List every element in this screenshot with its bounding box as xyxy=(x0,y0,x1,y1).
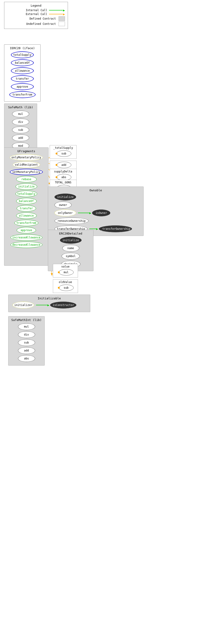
ierc20-transferfrom[interactable]: transferFrom xyxy=(9,91,36,98)
safemathint-box: SafeMathInt (lib) mul div sub add abs xyxy=(8,316,45,366)
oldvalue-box: oldValue sub xyxy=(53,279,78,293)
ownable-box: Ownable initialize owner onlyOwner ▶ isO… xyxy=(48,186,144,236)
totalsupply-box: _totalSupply sub xyxy=(50,145,77,159)
uf-balanceof[interactable]: balanceOf xyxy=(16,198,37,204)
isowner-node[interactable]: isOwner xyxy=(92,210,110,216)
value-mul[interactable]: mul xyxy=(59,269,74,276)
ierc20-transfer[interactable]: transfer xyxy=(11,75,34,82)
legend-internal-label: Internal Call xyxy=(26,9,47,12)
ownable-owner[interactable]: owner xyxy=(54,202,72,208)
ufragments-title: UFragments xyxy=(6,148,47,153)
transfer-ownership-node[interactable]: _transferOwnership xyxy=(99,226,132,232)
safemath-sub[interactable]: sub xyxy=(12,126,29,133)
erc20d-symbol[interactable]: symbol xyxy=(62,253,80,260)
ierc20-allowance[interactable]: allowance xyxy=(11,67,34,74)
diagram-container: Legend Internal Call ▶ External Call ▶ D… xyxy=(0,0,222,644)
safemath-div[interactable]: div xyxy=(12,118,29,125)
legend-internal: Internal Call ▶ xyxy=(7,9,65,12)
totalgons-box-title: TOTAL_GONS xyxy=(51,181,75,184)
uf-validrecipient[interactable]: validRecipient xyxy=(13,162,40,168)
value-box: value mul xyxy=(53,264,78,278)
supplydelta-abs[interactable]: abs xyxy=(57,174,71,180)
uf-allowance[interactable]: allowance xyxy=(16,212,37,219)
initializable-initializer[interactable]: initializer xyxy=(13,302,34,308)
uf-transfer[interactable]: transfer xyxy=(17,205,36,212)
safemathint-div[interactable]: div xyxy=(18,331,35,338)
oldvalue-box-title: oldValue xyxy=(54,280,76,284)
safemathint-add[interactable]: add xyxy=(18,347,35,354)
totalsupply-sub[interactable]: sub xyxy=(57,150,71,157)
legend-title: Legend xyxy=(7,4,65,7)
supplydelta-box-title: supplyDelta xyxy=(51,170,75,173)
erc20detailed-title: ERC20Detailed xyxy=(50,231,91,236)
uf-transferfrom[interactable]: transferFrom xyxy=(14,220,38,226)
legend-defined-label: Defined Contract xyxy=(29,17,56,20)
uf-initialize[interactable]: initialize xyxy=(16,183,37,190)
isconstructor-node[interactable]: isConstructor xyxy=(50,302,76,308)
standalone-add[interactable]: add xyxy=(57,162,71,168)
safemath-title: SafeMath (lib) xyxy=(6,105,35,110)
erc20d-name[interactable]: name xyxy=(62,245,79,252)
ierc20-title: IERC20 (iface) xyxy=(6,46,39,50)
erc20d-initialize[interactable]: initialize xyxy=(60,237,82,244)
ierc20-box: IERC20 (iface) totalSupply balanceOf all… xyxy=(4,44,41,102)
ownable-onlyowner[interactable]: onlyOwner xyxy=(54,210,76,216)
safemath-mul[interactable]: mul xyxy=(12,110,29,118)
legend-external-label: External Call xyxy=(26,12,47,16)
ierc20-approve[interactable]: approve xyxy=(11,83,34,90)
ierc20-balanceof[interactable]: balanceOf xyxy=(11,59,34,66)
ierc20-totalsupply[interactable]: totalSupply xyxy=(11,52,34,58)
ownable-renounceownership[interactable]: renounceOwnership xyxy=(54,218,89,224)
uf-decreaseallowance[interactable]: decreaseAllowance xyxy=(11,242,42,248)
ownable-initialize[interactable]: initialize xyxy=(54,194,76,200)
ownable-title: Ownable xyxy=(50,188,142,192)
safemathint-title: SafeMathInt (lib) xyxy=(10,317,43,322)
initializable-title: Initializable xyxy=(10,296,88,300)
ufragments-box: UFragments onlyMonetaryPolicy validRecip… xyxy=(4,148,49,266)
uf-approve[interactable]: approve xyxy=(17,227,36,234)
initializable-box: Initializable initializer ▶ isConstructo… xyxy=(8,294,90,312)
legend-external: External Call ▶ xyxy=(7,12,65,16)
oldvalue-sub[interactable]: sub xyxy=(59,284,74,291)
uf-increaseallowance[interactable]: increaseAllowance xyxy=(11,234,42,241)
safemathint-sub[interactable]: sub xyxy=(18,339,35,346)
value-box-title: value xyxy=(54,265,76,268)
safemath-box: SafeMath (lib) mul div sub add mod xyxy=(4,104,37,153)
legend-defined: Defined Contract xyxy=(7,16,65,21)
uf-onlymonetarypolicy[interactable]: onlyMonetaryPolicy xyxy=(10,154,43,160)
totalsupply-box-title: _totalSupply xyxy=(51,146,75,150)
legend-undefined: Undefined Contract xyxy=(7,22,65,26)
legend-box: Legend Internal Call ▶ External Call ▶ D… xyxy=(4,2,68,29)
legend-undefined-label: Undefined Contract xyxy=(26,22,56,26)
safemathint-mul[interactable]: mul xyxy=(18,323,35,330)
uf-rebase[interactable]: rebase xyxy=(16,176,37,182)
uf-setmonetarypolicy[interactable]: setMonetaryPolicy xyxy=(10,169,43,175)
safemath-add[interactable]: add xyxy=(12,134,29,141)
uf-totalsupply[interactable]: totalSupply xyxy=(16,191,37,197)
safemathint-abs[interactable]: abs xyxy=(18,355,35,362)
